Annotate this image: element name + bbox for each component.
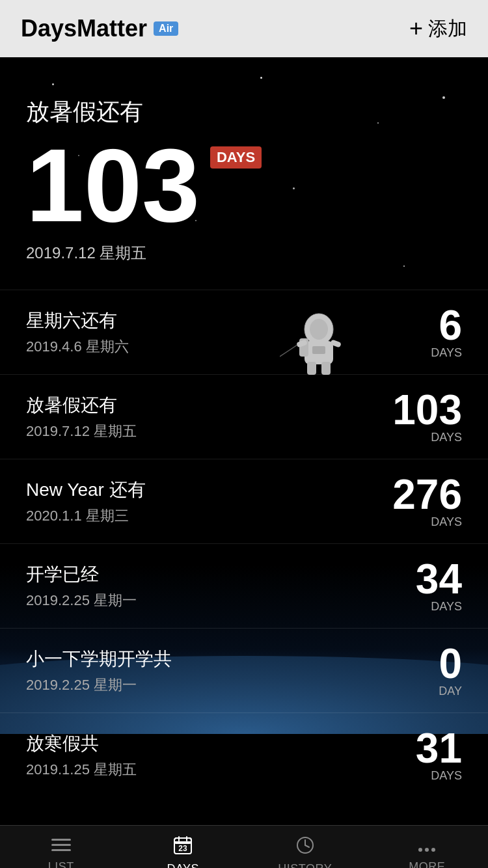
list-item[interactable]: 星期六还有 2019.4.6 星期六 6 DAYS	[0, 290, 488, 374]
list-item-unit: DAYS	[384, 346, 462, 360]
list-item-right: 276 DAYS	[384, 474, 462, 529]
nav-days[interactable]: 23 DAYS	[122, 835, 245, 869]
nav-more-label: MORE	[409, 860, 445, 868]
list-item-unit: DAY	[384, 685, 462, 698]
list-item-date: 2019.1.25 星期五	[26, 760, 137, 780]
list-item-date: 2019.2.25 星期一	[26, 675, 172, 695]
list-item-number: 34	[384, 558, 462, 600]
nav-history[interactable]: HISTORY	[244, 835, 366, 869]
list-item-left: 星期六还有 2019.4.6 星期六	[26, 308, 129, 357]
list-item-left: 放暑假还有 2019.7.12 星期五	[26, 393, 137, 441]
list-item-title: 星期六还有	[26, 308, 129, 333]
nav-list[interactable]: LIST	[0, 837, 122, 868]
svg-point-24	[431, 848, 435, 852]
air-badge: Air	[154, 21, 178, 36]
hero-number: 103	[26, 133, 200, 237]
calendar-icon: 23	[173, 835, 193, 860]
list-item-title: 放暑假还有	[26, 393, 137, 418]
hero-section: 放暑假还有 103 DAYS 2019.7.12 星期五	[0, 57, 488, 290]
nav-more[interactable]: MORE	[366, 837, 489, 868]
clock-icon	[295, 835, 315, 860]
app-name: DaysMatter	[21, 15, 147, 42]
nav-days-label: DAYS	[167, 862, 199, 869]
list-item-number: 103	[384, 389, 462, 431]
dots-icon	[417, 837, 437, 858]
list-item-title: 开学已经	[26, 562, 137, 587]
list-item-left: 放寒假共 2019.1.25 星期五	[26, 731, 137, 780]
svg-rect-10	[51, 839, 71, 841]
list-item-number: 31	[384, 727, 462, 769]
add-label: 添加	[428, 16, 467, 42]
events-list: 星期六还有 2019.4.6 星期六 6 DAYS 放暑假还有 2019.7.1…	[0, 290, 488, 797]
list-item-right: 34 DAYS	[384, 558, 462, 614]
list-item-left: New Year 还有 2020.1.1 星期三	[26, 478, 146, 526]
list-item-number: 0	[384, 643, 462, 685]
svg-point-23	[425, 848, 429, 852]
list-item[interactable]: 开学已经 2019.2.25 星期一 34 DAYS	[0, 543, 488, 628]
plus-icon: +	[409, 15, 423, 42]
app-header: DaysMatter Air + 添加	[0, 0, 488, 57]
list-item-title: 小一下学期开学共	[26, 647, 172, 671]
list-item[interactable]: New Year 还有 2020.1.1 星期三 276 DAYS	[0, 459, 488, 543]
list-icon	[51, 837, 71, 858]
main-content: 放暑假还有 103 DAYS 2019.7.12 星期五 星期六还有 2019.…	[0, 57, 488, 825]
app-title: DaysMatter Air	[21, 15, 178, 42]
svg-rect-11	[51, 844, 71, 846]
svg-line-21	[305, 845, 309, 847]
list-item-right: 103 DAYS	[384, 389, 462, 444]
list-item[interactable]: 放寒假共 2019.1.25 星期五 31 DAYS	[0, 712, 488, 797]
svg-rect-15	[174, 841, 191, 843]
list-item-number: 276	[384, 474, 462, 515]
list-item-date: 2019.2.25 星期一	[26, 591, 137, 610]
list-item-date: 2019.7.12 星期五	[26, 422, 137, 441]
list-item[interactable]: 放暑假还有 2019.7.12 星期五 103 DAYS	[0, 374, 488, 459]
days-badge: DAYS	[210, 146, 262, 169]
nav-history-label: HISTORY	[278, 862, 332, 869]
hero-label: 放暑假还有	[26, 96, 462, 128]
svg-text:23: 23	[179, 844, 188, 853]
hero-date: 2019.7.12 星期五	[26, 243, 462, 264]
list-item-right: 6 DAYS	[384, 305, 462, 360]
svg-rect-12	[51, 849, 71, 851]
list-item-number: 6	[384, 305, 462, 346]
list-item-title: 放寒假共	[26, 731, 137, 756]
bottom-navigation: LIST 23 DAYS HISTORY	[0, 825, 488, 868]
list-item-left: 开学已经 2019.2.25 星期一	[26, 562, 137, 610]
add-button[interactable]: + 添加	[409, 15, 467, 42]
list-item-right: 0 DAY	[384, 643, 462, 698]
list-item-date: 2020.1.1 星期三	[26, 506, 146, 526]
svg-point-22	[418, 848, 422, 852]
hero-number-row: 103 DAYS	[26, 133, 462, 237]
list-item[interactable]: 小一下学期开学共 2019.2.25 星期一 0 DAY	[0, 628, 488, 712]
list-item-left: 小一下学期开学共 2019.2.25 星期一	[26, 647, 172, 695]
list-item-title: New Year 还有	[26, 478, 146, 502]
list-item-right: 31 DAYS	[384, 727, 462, 783]
list-item-date: 2019.4.6 星期六	[26, 337, 129, 357]
nav-list-label: LIST	[48, 860, 74, 868]
